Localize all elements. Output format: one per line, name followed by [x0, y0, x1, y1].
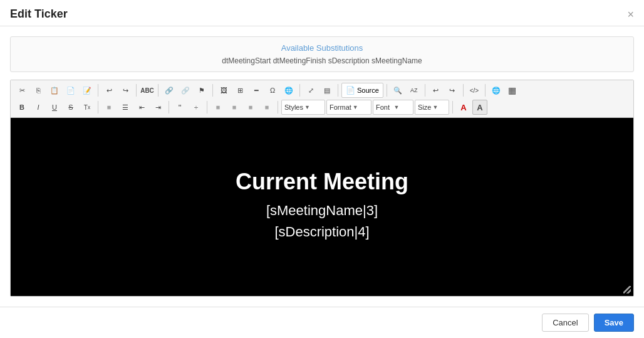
bold-button[interactable]: B: [14, 100, 29, 115]
find-replace-button[interactable]: AZ: [407, 83, 422, 98]
qr-button[interactable]: ▦: [505, 83, 520, 98]
toolbar-separator-3: [158, 84, 158, 97]
indent-button[interactable]: ⇥: [150, 100, 165, 115]
italic-button[interactable]: I: [31, 100, 46, 115]
font-color-button[interactable]: A: [456, 100, 471, 115]
toolbar-row2-sep3: [207, 101, 207, 114]
toolbar-separator-4: [212, 84, 213, 97]
format-arrow-icon: ▼: [353, 104, 368, 110]
toolbar-row2-sep5: [452, 101, 453, 114]
toolbar-row-1: ✂ ⎘ 📋 📄 📝 ↩ ↪ ABC 🔗 🔗 ⚑ 🖼 ⊞: [14, 83, 630, 98]
toolbar-separator-5: [299, 84, 300, 97]
font-label: Font: [376, 103, 393, 111]
toolbar-row-2: B I U S Tx ≡ ☰ ⇤ ⇥ " ÷ ≡ ≡ ≡: [14, 100, 630, 115]
styles-dropdown[interactable]: Styles ▼: [281, 100, 325, 115]
blockquote-button[interactable]: ▤: [319, 83, 335, 98]
cut-button[interactable]: ✂: [14, 83, 29, 98]
align-justify-button[interactable]: ≡: [259, 100, 274, 115]
outdent-button[interactable]: ⇤: [134, 100, 149, 115]
toolbar-row2-sep2: [169, 101, 169, 114]
edit-ticker-dialog: Edit Ticker × Available Substitutions dt…: [0, 0, 644, 338]
templates-button[interactable]: 🌐: [489, 83, 504, 98]
toolbar-row2-sep4: [278, 101, 278, 114]
iframe-button[interactable]: 🌐: [281, 83, 296, 98]
source-button[interactable]: 📄 Source: [341, 83, 383, 98]
paste-button[interactable]: 📋: [47, 83, 62, 98]
format-label: Format: [330, 103, 351, 111]
image-button[interactable]: 🖼: [216, 83, 231, 98]
unordered-list-button[interactable]: ☰: [118, 100, 133, 115]
dialog-body: Available Substitutions dtMeetingStart d…: [0, 26, 644, 307]
special-char-button[interactable]: Ω: [265, 83, 280, 98]
align-right-button[interactable]: ≡: [243, 100, 258, 115]
toolbar-separator-6: [338, 84, 338, 97]
create-div-button[interactable]: ÷: [189, 100, 204, 115]
styles-arrow-icon: ▼: [304, 104, 322, 110]
size-dropdown[interactable]: Size ▼: [415, 100, 449, 115]
styles-label: Styles: [284, 103, 303, 111]
toolbar-separator-9: [463, 84, 464, 97]
spellcheck-button[interactable]: ABC: [140, 83, 155, 98]
undo2-button[interactable]: ↩: [428, 83, 444, 98]
align-center-button[interactable]: ≡: [227, 100, 242, 115]
dialog-header: Edit Ticker ×: [0, 0, 644, 26]
dialog-title: Edit Ticker: [10, 8, 68, 21]
redo2-button[interactable]: ↪: [445, 83, 460, 98]
link-button[interactable]: 🔗: [162, 83, 177, 98]
resize-handle[interactable]: [623, 286, 631, 293]
source-label: Source: [357, 87, 379, 94]
editor-content[interactable]: Current Meeting [sMeetingName|3] [sDescr…: [11, 118, 633, 296]
font-arrow-icon: ▼: [394, 104, 411, 110]
align-button[interactable]: ━: [249, 83, 264, 98]
toolbar-separator-2: [136, 84, 137, 97]
size-label: Size: [418, 103, 432, 111]
toolbar-separator-7: [387, 84, 387, 97]
maximize-button[interactable]: ⤢: [303, 83, 318, 98]
format-dropdown[interactable]: Format ▼: [326, 100, 371, 115]
font-color-label: A: [460, 103, 466, 112]
editor-main-text: Current Meeting: [236, 169, 408, 195]
toolbar-separator-1: [98, 84, 98, 97]
editor-sub-text-1: [sMeetingName|3]: [266, 203, 378, 219]
cancel-button[interactable]: Cancel: [542, 314, 588, 332]
underline-button[interactable]: U: [47, 100, 62, 115]
ordered-list-button[interactable]: ≡: [101, 100, 117, 115]
paste-text-button[interactable]: 📄: [63, 83, 78, 98]
blockquote-btn[interactable]: ": [172, 100, 187, 115]
substitutions-title: Available Substitutions: [21, 43, 623, 53]
editor-sub-text-2: [sDescription|4]: [274, 224, 369, 240]
font-dropdown[interactable]: Font ▼: [373, 100, 413, 115]
dialog-footer: Cancel Save: [0, 307, 644, 338]
toolbar-row2-sep1: [98, 101, 98, 114]
save-button[interactable]: Save: [594, 314, 634, 332]
substitutions-values: dtMeetingStart dtMeetingFinish sDescript…: [21, 56, 623, 65]
toolbar-separator-8: [425, 84, 425, 97]
bg-color-button[interactable]: A: [472, 100, 487, 115]
substitutions-box: Available Substitutions dtMeetingStart d…: [10, 36, 634, 72]
table-button[interactable]: ⊞: [232, 83, 247, 98]
redo-button[interactable]: ↪: [118, 83, 133, 98]
code-button[interactable]: </>: [467, 83, 482, 98]
source-icon: 📄: [346, 86, 355, 95]
align-left-button[interactable]: ≡: [210, 100, 226, 115]
anchor-button[interactable]: ⚑: [194, 83, 209, 98]
find-button[interactable]: 🔍: [390, 83, 405, 98]
strike-button[interactable]: S: [63, 100, 78, 115]
copy-button[interactable]: ⎘: [31, 83, 46, 98]
unlink-button[interactable]: 🔗: [178, 83, 193, 98]
toolbar-separator-10: [485, 84, 486, 97]
undo-button[interactable]: ↩: [101, 83, 117, 98]
editor-toolbar: ✂ ⎘ 📋 📄 📝 ↩ ↪ ABC 🔗 🔗 ⚑ 🖼 ⊞: [11, 80, 633, 118]
editor-container: ✂ ⎘ 📋 📄 📝 ↩ ↪ ABC 🔗 🔗 ⚑ 🖼 ⊞: [10, 80, 634, 297]
paste-word-button[interactable]: 📝: [80, 83, 95, 98]
close-button[interactable]: ×: [627, 9, 634, 20]
clear-format-button[interactable]: Tx: [80, 100, 95, 115]
size-arrow-icon: ▼: [433, 104, 447, 110]
bg-color-label: A: [477, 103, 482, 112]
